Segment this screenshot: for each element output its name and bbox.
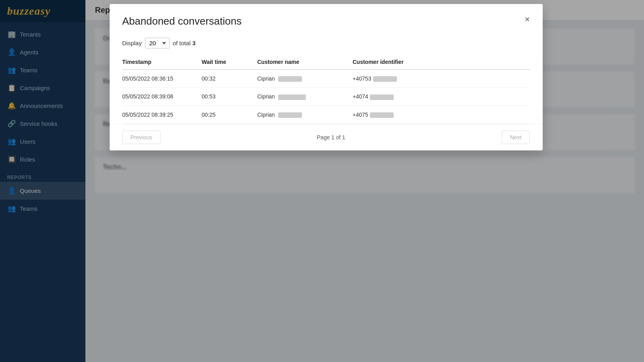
cell-customer-identifier: +40753 bbox=[353, 69, 530, 88]
table-body: 05/05/2022 08:36:1500:32Ciprian +4075305… bbox=[122, 69, 530, 123]
next-button[interactable]: Next bbox=[502, 131, 530, 144]
blurred-id bbox=[373, 76, 397, 82]
abandoned-conversations-modal: Abandoned conversations × Display 102050… bbox=[110, 4, 543, 150]
col-customer-identifier: Customer identifier bbox=[353, 55, 530, 69]
modal-footer: Previous Page 1 of 1 Next bbox=[110, 124, 543, 150]
display-select[interactable]: 102050100 bbox=[145, 38, 170, 48]
cell-timestamp: 05/05/2022 08:39:08 bbox=[122, 88, 202, 106]
cell-customer-name: Ciprian bbox=[257, 69, 353, 88]
cell-timestamp: 05/05/2022 08:39:25 bbox=[122, 106, 202, 123]
previous-button[interactable]: Previous bbox=[122, 131, 161, 144]
blurred-name bbox=[278, 112, 302, 118]
total-count: 3 bbox=[192, 40, 195, 46]
blurred-id bbox=[370, 112, 394, 118]
table-row: 05/05/2022 08:39:2500:25Ciprian +4075 bbox=[122, 106, 530, 123]
table-row: 05/05/2022 08:39:0800:53Ciprian +4074 bbox=[122, 88, 530, 106]
col-timestamp: Timestamp bbox=[122, 55, 202, 69]
display-label: Display bbox=[122, 40, 142, 46]
table-header: Timestamp Wait time Customer name Custom… bbox=[122, 55, 530, 69]
of-total-label: of total 3 bbox=[173, 40, 196, 46]
cell-timestamp: 05/05/2022 08:36:15 bbox=[122, 69, 202, 88]
modal-overlay: Abandoned conversations × Display 102050… bbox=[0, 0, 644, 362]
modal-header: Abandoned conversations × bbox=[110, 4, 543, 34]
abandoned-conversations-table: Timestamp Wait time Customer name Custom… bbox=[122, 55, 530, 124]
cell-wait-time: 00:53 bbox=[202, 88, 257, 106]
blurred-name bbox=[278, 76, 302, 82]
cell-wait-time: 00:25 bbox=[202, 106, 257, 123]
blurred-id bbox=[370, 94, 394, 100]
cell-customer-name: Ciprian bbox=[257, 88, 353, 106]
modal-body: Timestamp Wait time Customer name Custom… bbox=[110, 55, 543, 124]
page-info: Page 1 of 1 bbox=[317, 134, 346, 141]
col-customer-name: Customer name bbox=[257, 55, 353, 69]
blurred-name bbox=[278, 94, 306, 100]
modal-title: Abandoned conversations bbox=[122, 15, 530, 27]
display-row: Display 102050100 of total 3 bbox=[110, 34, 543, 55]
close-button[interactable]: × bbox=[522, 13, 533, 25]
table-row: 05/05/2022 08:36:1500:32Ciprian +40753 bbox=[122, 69, 530, 88]
cell-wait-time: 00:32 bbox=[202, 69, 257, 88]
col-wait-time: Wait time bbox=[202, 55, 257, 69]
cell-customer-name: Ciprian bbox=[257, 106, 353, 123]
cell-customer-identifier: +4075 bbox=[353, 106, 530, 123]
cell-customer-identifier: +4074 bbox=[353, 88, 530, 106]
